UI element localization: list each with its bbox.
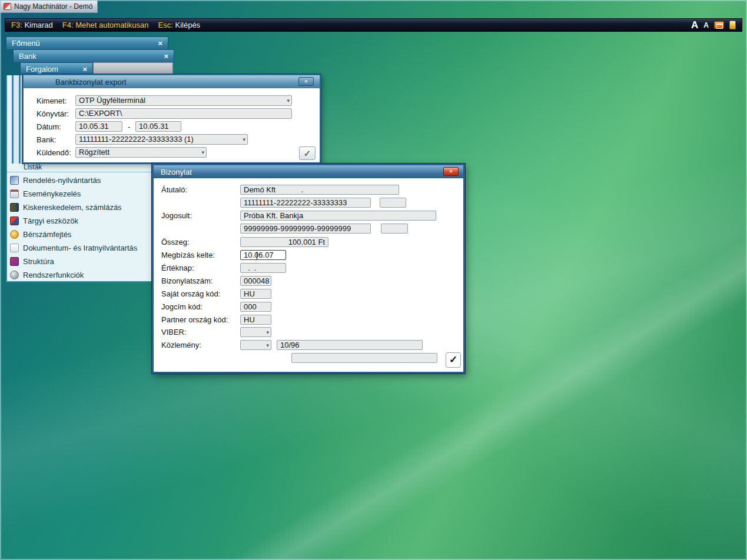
sidebar-item-label: Struktúra (23, 257, 54, 266)
bank-label: Bank: (36, 135, 56, 145)
system-spheres-icon (10, 271, 19, 279)
bank-window-titlebar: Bank × (13, 49, 174, 62)
kuldendo-select[interactable]: Rögzített ▾ (75, 147, 207, 158)
megbizas-kelte-input[interactable]: 10.06.07 (240, 250, 286, 260)
sidebar-item-kiskereskedelem[interactable]: Kiskereskedelem, számlázás (7, 201, 152, 214)
document-icon (10, 244, 19, 252)
megbizas-kelte-label: Megbízás kelte: (161, 251, 215, 260)
atutalo-name-input[interactable]: Demó Kft . (240, 185, 399, 195)
structure-cube-icon (10, 257, 19, 266)
close-icon[interactable]: × (158, 39, 162, 47)
sidebar-item-label: Bérszámfejtés (23, 230, 71, 239)
sidebar-item-rendszerfunkciok[interactable]: Rendszerfunkciók (7, 268, 152, 282)
erteknap-input[interactable]: . . (240, 263, 286, 273)
stacked-window-edges (6, 75, 23, 164)
viber-label: VIBER: (161, 328, 187, 337)
asset-cube-icon (10, 216, 19, 225)
close-icon[interactable]: × (164, 52, 168, 60)
sidebar-item-rendeles-nyilvantartas[interactable]: Rendelés-nyilvántartás (7, 174, 152, 187)
sidebar-group-listak[interactable]: Listák (24, 164, 42, 171)
kozlemeny-select[interactable]: ▾ (240, 340, 271, 350)
bizonylatszam-input[interactable]: 000048 (240, 276, 271, 286)
fomenu-window-title: Főmenü (12, 39, 40, 48)
jogosult-account-suffix-input[interactable] (381, 224, 408, 234)
font-size-large-button[interactable]: A (691, 20, 698, 30)
atutalo-account-input[interactable]: 11111111-22222222-33333333 (240, 198, 371, 208)
sajat-orszag-kod-input[interactable]: HU (240, 289, 271, 299)
f3-label: Kimarad (24, 21, 52, 29)
sidebar-item-berszamfejtes[interactable]: Bérszámfejtés (7, 228, 152, 241)
app-window-title: Nagy Machinátor - Demó (14, 2, 92, 11)
chevron-down-icon: ▾ (287, 97, 290, 104)
esc-command[interactable]: Esc: Kilépés (158, 21, 201, 29)
jogosult-name-input[interactable]: Próba Kft. Bankja (240, 211, 436, 221)
kozlemeny-line2-input[interactable] (291, 353, 437, 363)
sidebar-item-label: Tárgyi eszközök (23, 216, 78, 225)
konyvtar-input[interactable]: C:\EXPORT\ (75, 108, 292, 119)
f3-command[interactable]: F3: Kimarad (11, 21, 53, 29)
kuldendo-value: Rögzített (79, 148, 109, 156)
sidebar-item-label: Eseménykezelés (23, 189, 81, 198)
sidebar-item-label: Rendszerfunkciók (23, 271, 84, 279)
bank-select[interactable]: 11111111-22222222-33333333 (1) ▾ (75, 134, 248, 145)
sidebar-item-label: Rendelés-nyilvántartás (23, 176, 101, 185)
atutalo-label: Átutaló: (161, 185, 187, 195)
jogcim-kod-input[interactable]: 000 (240, 302, 271, 312)
jogosult-account-input[interactable]: 99999999-99999999-99999999 (240, 224, 371, 234)
export-dialog-titlebar: Bankbizonylat export × (24, 75, 320, 88)
bank-window-title: Bank (19, 52, 36, 61)
osszeg-label: Összeg: (161, 238, 190, 247)
bizonylat-dialog: Bizonylat × Átutaló: Demó Kft . 11111111… (152, 164, 465, 374)
lamp-icon[interactable] (729, 21, 736, 29)
datum-to-input[interactable]: 10.05.31 (135, 121, 181, 132)
sidebar-item-label: Dokumentum- és Iratnyilvántartás (23, 244, 137, 252)
sidebar-item-dokumentum[interactable]: Dokumentum- és Iratnyilvántartás (7, 241, 152, 255)
esc-label: Kilépés (175, 21, 200, 29)
bank-value: 11111111-22222222-33333333 (1) (79, 135, 194, 144)
bizonylat-dialog-title: Bizonylat (161, 168, 192, 176)
kimenet-value: OTP Ügyfélterminál (79, 96, 145, 105)
kozlemeny-line1-input[interactable]: 10/96 (277, 340, 423, 350)
kimenet-label: Kimenet: (36, 96, 67, 106)
sidebar-item-label: Kiskereskedelem, számlázás (23, 203, 122, 212)
sidebar-item-struktura[interactable]: Struktúra (7, 255, 152, 268)
sajat-orszag-kod-label: Saját ország kód: (161, 289, 220, 299)
f4-label: Mehet automatikusan (75, 21, 148, 29)
kimenet-select[interactable]: OTP Ügyfélterminál ▾ (75, 95, 292, 106)
megbizas-kelte-value: 10.06.07 (244, 251, 274, 259)
chevron-down-icon: ▾ (201, 149, 204, 156)
close-icon[interactable]: × (82, 65, 87, 73)
jogcim-kod-label: Jogcím kód: (161, 302, 202, 312)
f4-command[interactable]: F4: Mehet automatikusan (62, 21, 149, 29)
sidebar-item-targyi-eszkozok[interactable]: Tárgyi eszközök (7, 214, 152, 228)
font-size-small-button[interactable]: A (703, 22, 709, 29)
bizonylat-confirm-button[interactable]: ✓ (446, 352, 461, 368)
export-confirm-button[interactable]: ✓ (299, 146, 316, 160)
desktop: Nagy Machinátor - Demó F3: Kimarad F4: M… (0, 0, 747, 560)
f4-key: F4: (62, 21, 74, 29)
erteknap-label: Értéknap: (161, 264, 194, 273)
books-icon (10, 203, 19, 212)
order-registry-icon (10, 176, 19, 185)
forgalom-window-title: Forgalom (26, 65, 58, 74)
viber-select[interactable]: ▾ (240, 327, 271, 337)
konyvtar-label: Könyvtár: (36, 109, 69, 119)
sidebar-item-esemenykezeles[interactable]: Eseménykezelés (7, 187, 152, 201)
f3-key: F3: (11, 21, 22, 29)
kuldendo-label: Küldendő: (36, 148, 71, 158)
close-icon[interactable]: × (298, 77, 314, 86)
close-icon[interactable]: × (443, 167, 459, 176)
bizonylat-dialog-titlebar: Bizonylat × (154, 165, 463, 178)
atutalo-account-suffix-input[interactable] (380, 198, 406, 208)
export-dialog-title: Bankbizonylat export (55, 78, 127, 86)
kozlemeny-label: Közlemény: (161, 341, 201, 350)
window-theme-icon[interactable] (714, 21, 724, 29)
fomenu-window-titlebar: Főmenü × (6, 36, 168, 49)
sidebar-divider (7, 172, 152, 172)
forgalom-window-titlebar: Forgalom × (20, 62, 93, 75)
osszeg-input[interactable]: 100.001 Ft (240, 237, 328, 247)
partner-orszag-kod-input[interactable]: HU (240, 315, 271, 325)
coins-icon (10, 230, 19, 239)
chevron-down-icon: ▾ (243, 136, 245, 143)
datum-from-input[interactable]: 10.05.31 (75, 121, 122, 132)
